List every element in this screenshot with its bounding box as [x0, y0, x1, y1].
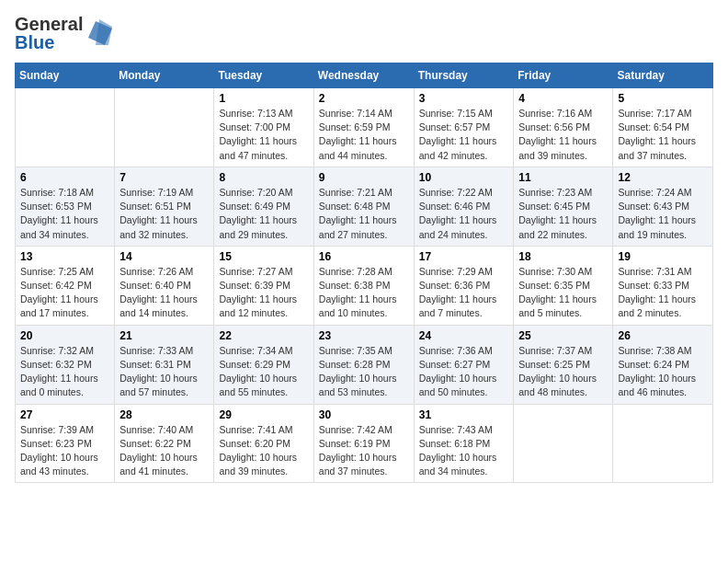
day-info: Sunrise: 7:37 AMSunset: 6:25 PMDaylight:…	[518, 344, 608, 400]
day-info: Sunrise: 7:31 AMSunset: 6:33 PMDaylight:…	[618, 265, 708, 321]
day-number: 24	[419, 329, 509, 342]
col-header-saturday: Saturday	[613, 63, 713, 88]
day-number: 23	[319, 329, 409, 342]
day-cell: 18Sunrise: 7:30 AMSunset: 6:35 PMDayligh…	[514, 246, 613, 325]
logo-icon	[86, 19, 112, 47]
day-info: Sunrise: 7:28 AMSunset: 6:38 PMDaylight:…	[319, 265, 409, 321]
day-cell: 30Sunrise: 7:42 AMSunset: 6:19 PMDayligh…	[313, 404, 414, 483]
day-cell: 5Sunrise: 7:17 AMSunset: 6:54 PMDaylight…	[613, 88, 713, 167]
col-header-thursday: Thursday	[414, 63, 514, 88]
day-cell	[16, 88, 115, 167]
col-header-monday: Monday	[115, 63, 214, 88]
day-number: 10	[419, 171, 509, 184]
day-info: Sunrise: 7:25 AMSunset: 6:42 PMDaylight:…	[20, 265, 109, 321]
logo: General Blue	[15, 15, 112, 52]
day-info: Sunrise: 7:32 AMSunset: 6:32 PMDaylight:…	[20, 344, 109, 400]
day-info: Sunrise: 7:15 AMSunset: 6:57 PMDaylight:…	[419, 107, 509, 163]
day-number: 19	[618, 250, 708, 263]
calendar-table: SundayMondayTuesdayWednesdayThursdayFrid…	[15, 63, 713, 483]
page-header: General Blue	[15, 15, 713, 52]
day-cell	[115, 88, 214, 167]
day-cell: 21Sunrise: 7:33 AMSunset: 6:31 PMDayligh…	[115, 325, 214, 404]
day-cell: 22Sunrise: 7:34 AMSunset: 6:29 PMDayligh…	[214, 325, 313, 404]
day-number: 30	[319, 408, 409, 421]
day-info: Sunrise: 7:14 AMSunset: 6:59 PMDaylight:…	[319, 107, 409, 163]
day-info: Sunrise: 7:29 AMSunset: 6:36 PMDaylight:…	[419, 265, 509, 321]
day-cell: 19Sunrise: 7:31 AMSunset: 6:33 PMDayligh…	[613, 246, 713, 325]
day-number: 6	[20, 171, 109, 184]
day-number: 13	[20, 250, 109, 263]
day-number: 8	[219, 171, 308, 184]
day-info: Sunrise: 7:34 AMSunset: 6:29 PMDaylight:…	[219, 344, 308, 400]
day-info: Sunrise: 7:13 AMSunset: 7:00 PMDaylight:…	[219, 107, 308, 163]
day-info: Sunrise: 7:27 AMSunset: 6:39 PMDaylight:…	[219, 265, 308, 321]
day-number: 27	[20, 408, 109, 421]
day-number: 16	[319, 250, 409, 263]
day-cell: 24Sunrise: 7:36 AMSunset: 6:27 PMDayligh…	[414, 325, 514, 404]
day-cell: 25Sunrise: 7:37 AMSunset: 6:25 PMDayligh…	[514, 325, 613, 404]
header-row: SundayMondayTuesdayWednesdayThursdayFrid…	[16, 63, 713, 88]
day-cell: 10Sunrise: 7:22 AMSunset: 6:46 PMDayligh…	[414, 167, 514, 246]
col-header-wednesday: Wednesday	[313, 63, 414, 88]
day-info: Sunrise: 7:41 AMSunset: 6:20 PMDaylight:…	[219, 423, 308, 479]
day-number: 29	[219, 408, 308, 421]
day-info: Sunrise: 7:19 AMSunset: 6:51 PMDaylight:…	[119, 186, 209, 242]
day-cell: 15Sunrise: 7:27 AMSunset: 6:39 PMDayligh…	[214, 246, 313, 325]
day-cell: 27Sunrise: 7:39 AMSunset: 6:23 PMDayligh…	[16, 404, 115, 483]
day-number: 5	[618, 92, 708, 105]
day-info: Sunrise: 7:40 AMSunset: 6:22 PMDaylight:…	[119, 423, 209, 479]
day-number: 2	[319, 92, 409, 105]
col-header-friday: Friday	[514, 63, 613, 88]
day-number: 11	[518, 171, 608, 184]
day-cell: 9Sunrise: 7:21 AMSunset: 6:48 PMDaylight…	[313, 167, 414, 246]
day-number: 9	[319, 171, 409, 184]
day-cell: 14Sunrise: 7:26 AMSunset: 6:40 PMDayligh…	[115, 246, 214, 325]
day-number: 7	[119, 171, 209, 184]
day-info: Sunrise: 7:16 AMSunset: 6:56 PMDaylight:…	[518, 107, 608, 163]
day-cell: 1Sunrise: 7:13 AMSunset: 7:00 PMDaylight…	[214, 88, 313, 167]
day-info: Sunrise: 7:42 AMSunset: 6:19 PMDaylight:…	[319, 423, 409, 479]
day-info: Sunrise: 7:35 AMSunset: 6:28 PMDaylight:…	[319, 344, 409, 400]
day-cell: 17Sunrise: 7:29 AMSunset: 6:36 PMDayligh…	[414, 246, 514, 325]
day-number: 14	[119, 250, 209, 263]
day-number: 15	[219, 250, 308, 263]
col-header-tuesday: Tuesday	[214, 63, 313, 88]
day-info: Sunrise: 7:38 AMSunset: 6:24 PMDaylight:…	[618, 344, 708, 400]
day-info: Sunrise: 7:18 AMSunset: 6:53 PMDaylight:…	[20, 186, 109, 242]
day-number: 3	[419, 92, 509, 105]
day-cell: 29Sunrise: 7:41 AMSunset: 6:20 PMDayligh…	[214, 404, 313, 483]
day-cell: 28Sunrise: 7:40 AMSunset: 6:22 PMDayligh…	[115, 404, 214, 483]
day-number: 18	[518, 250, 608, 263]
week-row-1: 1Sunrise: 7:13 AMSunset: 7:00 PMDaylight…	[16, 88, 713, 167]
day-number: 31	[419, 408, 509, 421]
day-cell: 26Sunrise: 7:38 AMSunset: 6:24 PMDayligh…	[613, 325, 713, 404]
day-number: 25	[518, 329, 608, 342]
day-info: Sunrise: 7:43 AMSunset: 6:18 PMDaylight:…	[419, 423, 509, 479]
day-number: 26	[618, 329, 708, 342]
week-row-2: 6Sunrise: 7:18 AMSunset: 6:53 PMDaylight…	[16, 167, 713, 246]
logo-blue: Blue	[15, 33, 83, 52]
logo-general: General	[15, 15, 83, 33]
day-cell: 6Sunrise: 7:18 AMSunset: 6:53 PMDaylight…	[16, 167, 115, 246]
day-info: Sunrise: 7:17 AMSunset: 6:54 PMDaylight:…	[618, 107, 708, 163]
day-info: Sunrise: 7:23 AMSunset: 6:45 PMDaylight:…	[518, 186, 608, 242]
week-row-3: 13Sunrise: 7:25 AMSunset: 6:42 PMDayligh…	[16, 246, 713, 325]
day-number: 4	[518, 92, 608, 105]
day-cell	[613, 404, 713, 483]
day-cell: 3Sunrise: 7:15 AMSunset: 6:57 PMDaylight…	[414, 88, 514, 167]
day-info: Sunrise: 7:36 AMSunset: 6:27 PMDaylight:…	[419, 344, 509, 400]
day-cell: 8Sunrise: 7:20 AMSunset: 6:49 PMDaylight…	[214, 167, 313, 246]
day-info: Sunrise: 7:24 AMSunset: 6:43 PMDaylight:…	[618, 186, 708, 242]
day-info: Sunrise: 7:39 AMSunset: 6:23 PMDaylight:…	[20, 423, 109, 479]
day-cell: 12Sunrise: 7:24 AMSunset: 6:43 PMDayligh…	[613, 167, 713, 246]
day-number: 21	[119, 329, 209, 342]
day-number: 17	[419, 250, 509, 263]
day-cell: 2Sunrise: 7:14 AMSunset: 6:59 PMDaylight…	[313, 88, 414, 167]
day-info: Sunrise: 7:21 AMSunset: 6:48 PMDaylight:…	[319, 186, 409, 242]
day-info: Sunrise: 7:22 AMSunset: 6:46 PMDaylight:…	[419, 186, 509, 242]
day-cell: 4Sunrise: 7:16 AMSunset: 6:56 PMDaylight…	[514, 88, 613, 167]
day-number: 1	[219, 92, 308, 105]
day-cell: 16Sunrise: 7:28 AMSunset: 6:38 PMDayligh…	[313, 246, 414, 325]
day-cell: 23Sunrise: 7:35 AMSunset: 6:28 PMDayligh…	[313, 325, 414, 404]
day-info: Sunrise: 7:26 AMSunset: 6:40 PMDaylight:…	[119, 265, 209, 321]
